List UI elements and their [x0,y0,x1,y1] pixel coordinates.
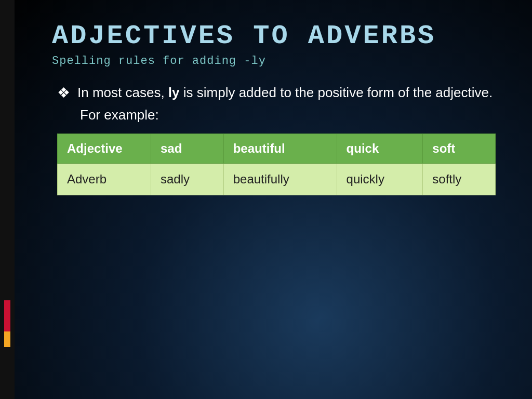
data-col-5: softly [423,164,496,195]
main-content: ADJECTIVES TO ADVERBS Spelling rules for… [21,0,532,399]
table-header-row: Adjective sad beautiful quick soft [58,134,496,164]
page-title: ADJECTIVES TO ADVERBS [52,21,501,51]
data-col-4: quickly [337,164,423,195]
header-col-4: quick [337,134,423,164]
table-data-row: Adverb sadly beautifully quickly softly [58,164,496,195]
for-example-label: For example: [80,107,501,123]
examples-table: Adjective sad beautiful quick soft Adver… [57,134,496,195]
page-subtitle: Spelling rules for adding -ly [52,55,501,68]
examples-table-wrapper: Adjective sad beautiful quick soft Adver… [57,134,496,195]
bar-yellow [4,331,10,347]
left-bar [0,0,15,399]
header-col-5: soft [423,134,496,164]
data-col-3: beautifully [223,164,337,195]
data-col-2: sadly [151,164,224,195]
header-col-1: Adjective [58,134,151,164]
header-col-2: sad [151,134,224,164]
header-col-3: beautiful [223,134,337,164]
diamond-icon: ❖ [57,84,70,101]
bullet-text: In most cases, ly is simply added to the… [77,83,493,102]
bullet-item: ❖ In most cases, ly is simply added to t… [57,83,501,102]
bar-red [4,300,10,331]
data-col-1: Adverb [58,164,151,195]
